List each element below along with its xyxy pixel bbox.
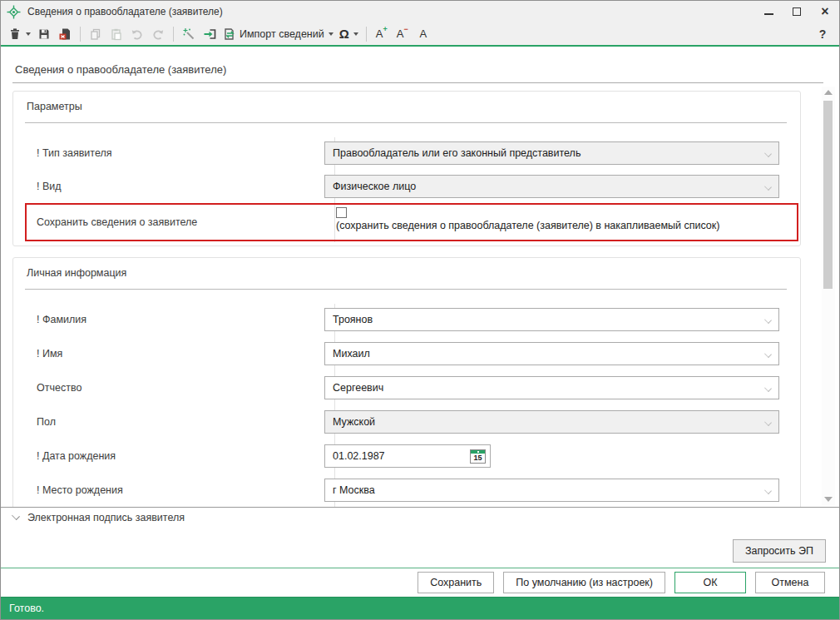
delete-caret-icon bbox=[26, 32, 31, 36]
applicant-type-select[interactable]: Правообладатель или его законный предста… bbox=[324, 141, 779, 165]
row-gender: Пол Мужской bbox=[13, 410, 800, 434]
scrollbar-thumb[interactable] bbox=[823, 101, 833, 289]
surname-combo[interactable]: Троянов bbox=[324, 308, 779, 331]
field-label: ! Тип заявителя bbox=[13, 147, 318, 159]
import-pages-icon bbox=[223, 27, 237, 41]
dialog-window: Сведения о правообладателе (заявителе) × bbox=[0, 0, 840, 620]
chevron-down-icon bbox=[764, 384, 772, 392]
paste-icon bbox=[110, 27, 123, 41]
ok-button[interactable]: ОК bbox=[674, 572, 746, 593]
help-button[interactable]: ? bbox=[813, 24, 833, 44]
row-applicant-type: ! Тип заявителя Правообладатель или его … bbox=[13, 141, 800, 165]
import-data-button[interactable]: Импорт сведений bbox=[220, 24, 336, 44]
column-divider bbox=[334, 304, 335, 507]
save-applicant-checkbox[interactable] bbox=[336, 207, 347, 218]
toolbar-separator bbox=[80, 27, 81, 42]
patronymic-combo[interactable]: Сергеевич bbox=[324, 376, 779, 399]
row-birthdate: ! Дата рождения 01.02.1987 15 bbox=[13, 444, 800, 468]
omega-icon: Ω bbox=[339, 27, 349, 41]
minimize-button[interactable] bbox=[754, 1, 783, 22]
save-button[interactable] bbox=[34, 24, 54, 44]
panel-parameters-title: Параметры bbox=[27, 101, 82, 112]
calendar-icon-dot bbox=[477, 451, 479, 453]
kind-select[interactable]: Физическое лицо bbox=[324, 175, 779, 198]
toolbar-separator bbox=[366, 27, 367, 42]
gender-value: Мужской bbox=[333, 416, 375, 428]
font-decrease-button[interactable]: A− bbox=[393, 24, 413, 44]
patronymic-value: Сергеевич bbox=[333, 382, 383, 394]
surname-value: Троянов bbox=[333, 314, 373, 325]
save-form-button[interactable]: Сохранить bbox=[418, 572, 494, 593]
chevron-down-icon bbox=[764, 419, 772, 426]
row-birthplace: ! Место рождения г Москва bbox=[13, 479, 800, 502]
maximize-icon bbox=[793, 7, 801, 16]
minimize-icon bbox=[764, 13, 773, 15]
status-bar: Готово. bbox=[1, 597, 839, 619]
panel-divider bbox=[25, 289, 787, 290]
signature-section-label: Электронная подпись заявителя bbox=[27, 512, 185, 523]
magic-wand-button[interactable] bbox=[179, 24, 199, 44]
import-button-label: Импорт сведений bbox=[240, 28, 324, 40]
maximize-button[interactable] bbox=[783, 1, 811, 22]
default-settings-button[interactable]: По умолчанию (из настроек) bbox=[503, 572, 665, 593]
save-applicant-note: (сохранить сведения о правообладателе (з… bbox=[336, 220, 719, 231]
window-title: Сведения о правообладателе (заявителе) bbox=[27, 6, 223, 17]
firstname-value: Михаил bbox=[333, 348, 370, 360]
field-label: ! Фамилия bbox=[13, 314, 318, 325]
page-title: Сведения о правообладателе (заявителе) bbox=[12, 62, 823, 83]
form-content: Сведения о правообладателе (заявителе) П… bbox=[1, 47, 839, 568]
trash-icon bbox=[8, 27, 22, 41]
field-label: ! Дата рождения bbox=[13, 450, 318, 462]
field-label: Отчество bbox=[13, 382, 318, 394]
birthplace-combo[interactable]: г Москва bbox=[324, 479, 779, 502]
import-enter-button[interactable] bbox=[200, 24, 220, 44]
scroll-area: Параметры ! Тип заявителя Правообладател… bbox=[1, 84, 839, 507]
chevron-down-icon bbox=[764, 350, 772, 358]
excel-export-button[interactable] bbox=[55, 24, 75, 44]
paste-button[interactable] bbox=[106, 24, 126, 44]
close-button[interactable]: × bbox=[811, 1, 839, 22]
font-reset-button[interactable]: A bbox=[413, 24, 433, 44]
import-caret-icon bbox=[329, 32, 334, 36]
footer-buttons: Сохранить По умолчанию (из настроек) ОК … bbox=[1, 568, 839, 597]
title-bar: Сведения о правообладателе (заявителе) × bbox=[1, 1, 839, 22]
birthdate-input[interactable]: 01.02.1987 15 bbox=[324, 444, 491, 468]
field-label: ! Имя bbox=[13, 348, 318, 360]
signature-section-header[interactable]: Электронная подпись заявителя bbox=[12, 512, 185, 523]
undo-button[interactable] bbox=[127, 24, 147, 44]
row-patronymic: Отчество Сергеевич bbox=[13, 376, 800, 399]
scroll-up-icon[interactable] bbox=[824, 90, 833, 95]
cancel-button[interactable]: Отмена bbox=[755, 572, 825, 593]
font-decrease-icon: A− bbox=[397, 27, 408, 39]
content-bottom-divider bbox=[1, 507, 839, 508]
kind-value: Физическое лицо bbox=[333, 181, 416, 192]
firstname-combo[interactable]: Михаил bbox=[324, 342, 779, 365]
status-text: Готово. bbox=[9, 603, 44, 614]
panel-parameters: Параметры ! Тип заявителя Правообладател… bbox=[12, 91, 801, 246]
import-enter-icon bbox=[203, 27, 217, 41]
row-firstname: ! Имя Михаил bbox=[13, 342, 800, 365]
scroll-down-icon[interactable] bbox=[824, 497, 833, 502]
panel-divider bbox=[25, 122, 787, 123]
vertical-scrollbar[interactable] bbox=[822, 87, 835, 505]
delete-button[interactable] bbox=[6, 24, 33, 44]
symbol-button[interactable]: Ω bbox=[337, 24, 361, 44]
magic-wand-icon bbox=[182, 27, 195, 41]
chevron-down-icon bbox=[12, 512, 20, 520]
chevron-down-icon bbox=[764, 183, 772, 191]
field-label: ! Вид bbox=[13, 181, 318, 192]
gender-select[interactable]: Мужской bbox=[324, 410, 779, 434]
help-icon: ? bbox=[819, 27, 827, 41]
chevron-down-icon bbox=[764, 150, 772, 157]
birthplace-value: г Москва bbox=[333, 484, 375, 496]
symbol-caret-icon bbox=[353, 32, 358, 36]
birthdate-value: 01.02.1987 bbox=[333, 450, 470, 462]
redo-button[interactable] bbox=[148, 24, 168, 44]
font-increase-icon: A+ bbox=[376, 27, 388, 39]
toolbar: Импорт сведений Ω A+ A− A ? bbox=[1, 22, 839, 45]
field-label: Пол bbox=[13, 416, 318, 428]
font-increase-button[interactable]: A+ bbox=[372, 24, 392, 44]
copy-button[interactable] bbox=[86, 24, 106, 44]
calendar-icon[interactable]: 15 bbox=[470, 449, 486, 464]
request-signature-button[interactable]: Запросить ЭП bbox=[733, 539, 826, 563]
